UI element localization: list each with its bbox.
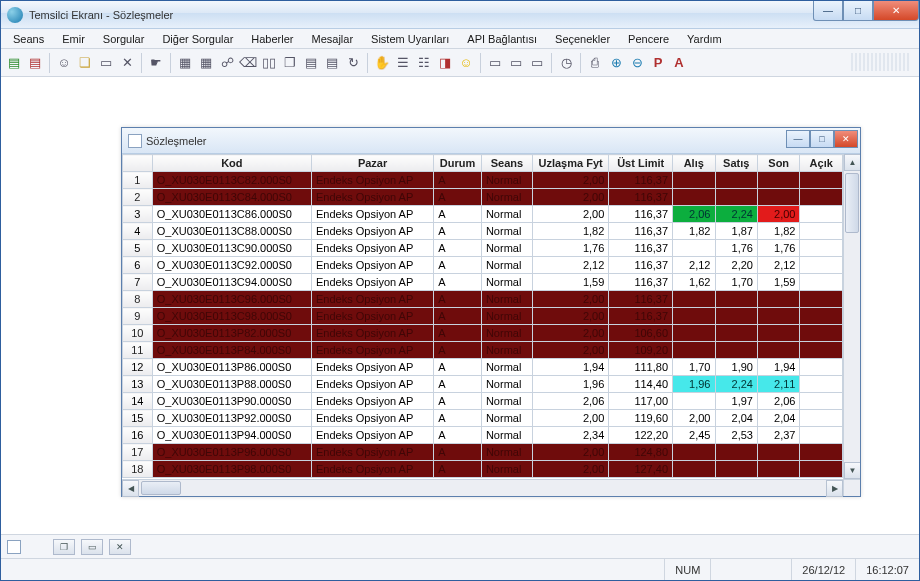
scroll-down-icon[interactable]: ▼	[844, 462, 860, 479]
cell[interactable]: 116,37	[609, 172, 673, 189]
new-doc-icon[interactable]: ▤	[5, 54, 23, 72]
menu-seans[interactable]: Seans	[5, 31, 52, 47]
hscroll-thumb[interactable]	[141, 481, 181, 495]
menu-secenekler[interactable]: Seçenekler	[547, 31, 618, 47]
cell[interactable]: Normal	[481, 172, 532, 189]
menu-pencere[interactable]: Pencere	[620, 31, 677, 47]
horizontal-scrollbar[interactable]: ◀ ▶	[122, 479, 860, 496]
row-number[interactable]: 13	[123, 376, 153, 393]
cell[interactable]: 111,80	[609, 359, 673, 376]
cell[interactable]: 124,80	[609, 444, 673, 461]
menu-yardim[interactable]: Yardım	[679, 31, 730, 47]
inner-titlebar[interactable]: Sözleşmeler — □ ✕	[122, 128, 860, 154]
row-number[interactable]: 1	[123, 172, 153, 189]
cell[interactable]: Endeks Opsiyon AP	[312, 240, 434, 257]
cell[interactable]: 1,76	[715, 240, 757, 257]
row-number[interactable]: 10	[123, 325, 153, 342]
cell[interactable]	[715, 342, 757, 359]
cell[interactable]	[673, 291, 715, 308]
link-icon[interactable]: ☍	[218, 54, 236, 72]
cell[interactable]	[800, 376, 843, 393]
row-number[interactable]: 15	[123, 410, 153, 427]
col-kod[interactable]: Kod	[152, 155, 311, 172]
cell[interactable]: Endeks Opsiyon AP	[312, 376, 434, 393]
table-icon[interactable]: ☷	[415, 54, 433, 72]
cell[interactable]: 2,00	[532, 291, 608, 308]
scroll-thumb[interactable]	[845, 173, 859, 233]
row-number[interactable]: 4	[123, 223, 153, 240]
table-row[interactable]: 9O_XU030E0113C98.000S0Endeks Opsiyon APA…	[123, 308, 843, 325]
cell[interactable]: 1,82	[757, 223, 799, 240]
cell[interactable]: 2,06	[673, 206, 715, 223]
inner-minimize-button[interactable]: —	[786, 130, 810, 148]
inner-maximize-button[interactable]: □	[810, 130, 834, 148]
cell[interactable]: A	[434, 410, 482, 427]
case3-icon[interactable]: ▭	[528, 54, 546, 72]
zoomout-icon[interactable]: ⊖	[628, 54, 646, 72]
row-number[interactable]: 11	[123, 342, 153, 359]
cell[interactable]: Normal	[481, 274, 532, 291]
cell[interactable]	[800, 308, 843, 325]
clock-icon[interactable]: ◷	[557, 54, 575, 72]
cell[interactable]: 2,00	[532, 410, 608, 427]
cell[interactable]: A	[434, 461, 482, 478]
cell[interactable]: 1,96	[673, 376, 715, 393]
cell[interactable]	[800, 410, 843, 427]
cell[interactable]: A	[434, 274, 482, 291]
cell[interactable]: A	[434, 342, 482, 359]
cell[interactable]	[673, 393, 715, 410]
cell[interactable]: Endeks Opsiyon AP	[312, 359, 434, 376]
table-row[interactable]: 7O_XU030E0113C94.000S0Endeks Opsiyon APA…	[123, 274, 843, 291]
cell[interactable]: O_XU030E0113P98.000S0	[152, 461, 311, 478]
cell[interactable]: 2,00	[757, 206, 799, 223]
cell[interactable]: 1,76	[757, 240, 799, 257]
cell[interactable]: Normal	[481, 189, 532, 206]
maximize-button[interactable]: □	[843, 1, 873, 21]
cell[interactable]: A	[434, 376, 482, 393]
case1-icon[interactable]: ▭	[486, 54, 504, 72]
cell[interactable]: 116,37	[609, 223, 673, 240]
cell[interactable]: 2,00	[532, 444, 608, 461]
cell[interactable]	[757, 325, 799, 342]
cell[interactable]: Normal	[481, 308, 532, 325]
row-number[interactable]: 8	[123, 291, 153, 308]
col-durum[interactable]: Durum	[434, 155, 482, 172]
book-icon[interactable]: ▯▯	[260, 54, 278, 72]
cell[interactable]	[800, 325, 843, 342]
cell[interactable]: 2,00	[532, 172, 608, 189]
cell[interactable]: O_XU030E0113P88.000S0	[152, 376, 311, 393]
cell[interactable]	[715, 461, 757, 478]
cell[interactable]: 106,60	[609, 325, 673, 342]
cell[interactable]	[673, 308, 715, 325]
cell[interactable]	[715, 444, 757, 461]
cell[interactable]: 2,00	[532, 325, 608, 342]
table-row[interactable]: 8O_XU030E0113C96.000S0Endeks Opsiyon APA…	[123, 291, 843, 308]
table-row[interactable]: 14O_XU030E0113P90.000S0Endeks Opsiyon AP…	[123, 393, 843, 410]
cell[interactable]: Endeks Opsiyon AP	[312, 172, 434, 189]
table-row[interactable]: 6O_XU030E0113C92.000S0Endeks Opsiyon APA…	[123, 257, 843, 274]
cell[interactable]	[715, 172, 757, 189]
table-row[interactable]: 5O_XU030E0113C90.000S0Endeks Opsiyon APA…	[123, 240, 843, 257]
cell[interactable]: 1,94	[757, 359, 799, 376]
cell[interactable]: Normal	[481, 359, 532, 376]
cell[interactable]: 2,24	[715, 376, 757, 393]
user-icon[interactable]: ☺	[55, 54, 73, 72]
cell[interactable]: Normal	[481, 410, 532, 427]
cell[interactable]: O_XU030E0113C88.000S0	[152, 223, 311, 240]
cell[interactable]: Endeks Opsiyon AP	[312, 291, 434, 308]
cell[interactable]: 2,20	[715, 257, 757, 274]
grid1-icon[interactable]: ▦	[176, 54, 194, 72]
cell[interactable]: 2,11	[757, 376, 799, 393]
row-number[interactable]: 17	[123, 444, 153, 461]
cell[interactable]: A	[434, 325, 482, 342]
cell[interactable]	[757, 308, 799, 325]
cell[interactable]	[800, 240, 843, 257]
cell[interactable]: A	[434, 444, 482, 461]
table-row[interactable]: 3O_XU030E0113C86.000S0Endeks Opsiyon APA…	[123, 206, 843, 223]
cell[interactable]: 2,00	[532, 308, 608, 325]
delete-icon[interactable]: ✕	[118, 54, 136, 72]
col-seans[interactable]: Seans	[481, 155, 532, 172]
cell[interactable]: Normal	[481, 325, 532, 342]
cell[interactable]	[757, 461, 799, 478]
cell[interactable]: Normal	[481, 376, 532, 393]
